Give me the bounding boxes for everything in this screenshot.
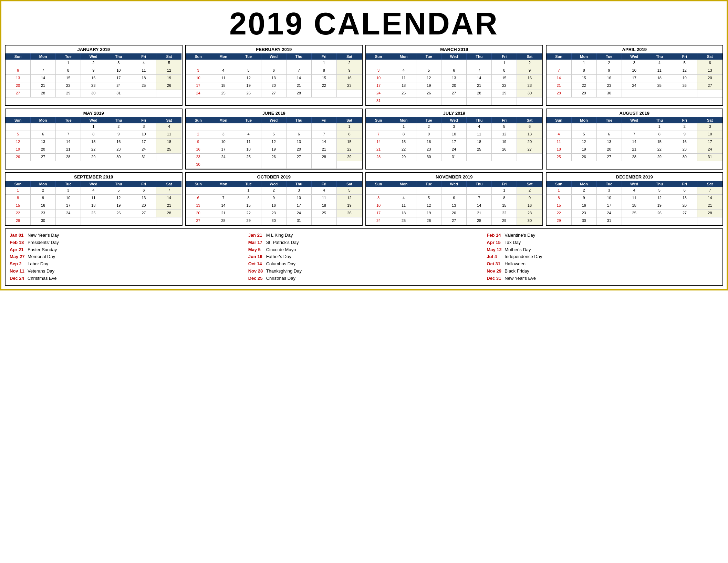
day-cell: 27 bbox=[6, 90, 31, 98]
day-header: Fri bbox=[312, 53, 337, 60]
day-cell: 2 bbox=[31, 187, 56, 195]
day-cell: 4 bbox=[81, 187, 106, 195]
holiday-date: Dec 31 bbox=[487, 275, 502, 282]
day-cell: 31 bbox=[697, 154, 722, 161]
empty-day bbox=[287, 161, 312, 169]
day-header: Sun bbox=[6, 53, 31, 60]
day-cell: 29 bbox=[6, 217, 31, 225]
day-header: Thu bbox=[106, 53, 131, 60]
day-header: Mon bbox=[211, 117, 236, 123]
day-cell: 4 bbox=[131, 60, 156, 67]
day-cell: 31 bbox=[106, 90, 131, 98]
day-cell: 2 bbox=[261, 187, 287, 195]
holiday-date: Oct 31 bbox=[487, 260, 502, 268]
day-header: Tue bbox=[416, 117, 441, 123]
day-header: Sun bbox=[366, 53, 391, 60]
day-cell: 30 bbox=[416, 154, 441, 161]
day-cell: 6 bbox=[6, 67, 31, 75]
holiday-name: Cinco de Mayo bbox=[266, 246, 296, 254]
empty-day bbox=[622, 90, 647, 98]
day-cell: 22 bbox=[312, 82, 337, 90]
day-cell: 16 bbox=[186, 146, 211, 154]
day-cell: 16 bbox=[672, 139, 697, 146]
day-cell: 25 bbox=[81, 210, 106, 217]
month-block: FEBRUARY 2019SunMonTueWedThuFriSat123456… bbox=[185, 45, 363, 106]
day-cell: 10 bbox=[697, 131, 722, 139]
day-cell: 29 bbox=[572, 90, 597, 98]
day-cell: 24 bbox=[366, 217, 391, 225]
day-cell: 4 bbox=[622, 187, 647, 195]
empty-day bbox=[647, 217, 672, 225]
day-header: Thu bbox=[467, 117, 492, 123]
day-cell: 1 bbox=[56, 60, 81, 67]
day-cell: 21 bbox=[287, 82, 312, 90]
day-cell: 12 bbox=[337, 195, 362, 202]
holiday-item: Mar 17St. Patrick's Day bbox=[248, 239, 480, 246]
empty-day bbox=[337, 90, 362, 98]
day-cell: 23 bbox=[517, 210, 542, 217]
empty-day bbox=[547, 123, 572, 131]
empty-day bbox=[211, 161, 236, 169]
holiday-date: May 5 bbox=[248, 246, 263, 254]
day-cell: 8 bbox=[56, 67, 81, 75]
day-header: Fri bbox=[672, 181, 697, 187]
day-header: Sun bbox=[366, 117, 391, 123]
day-cell: 16 bbox=[517, 75, 542, 82]
day-cell: 15 bbox=[337, 139, 362, 146]
holiday-item: Feb 14Valentine's Day bbox=[487, 232, 718, 239]
day-cell: 12 bbox=[672, 67, 697, 75]
day-cell: 11 bbox=[211, 75, 236, 82]
day-cell: 18 bbox=[391, 210, 416, 217]
holiday-date: Apr 15 bbox=[487, 239, 502, 246]
holiday-item: Apr 21Easter Sunday bbox=[10, 246, 241, 254]
month-block: AUGUST 2019SunMonTueWedThuFriSat12345678… bbox=[546, 109, 724, 170]
day-header: Tue bbox=[236, 181, 261, 187]
day-cell: 27 bbox=[261, 90, 287, 98]
day-cell: 11 bbox=[467, 131, 492, 139]
month-title: DECEMBER 2019 bbox=[547, 173, 723, 181]
day-cell: 1 bbox=[547, 187, 572, 195]
day-cell: 4 bbox=[211, 67, 236, 75]
month-title: AUGUST 2019 bbox=[547, 109, 723, 117]
day-cell: 31 bbox=[131, 154, 156, 161]
day-cell: 31 bbox=[366, 98, 391, 105]
day-cell: 6 bbox=[261, 67, 287, 75]
day-header: Sat bbox=[156, 181, 181, 187]
day-header: Sat bbox=[337, 181, 362, 187]
day-cell: 4 bbox=[391, 195, 416, 202]
day-cell: 26 bbox=[492, 146, 517, 154]
day-cell: 3 bbox=[597, 187, 622, 195]
day-cell: 17 bbox=[287, 202, 312, 210]
day-cell: 23 bbox=[106, 146, 131, 154]
day-cell: 26 bbox=[261, 154, 287, 161]
day-header: Tue bbox=[236, 53, 261, 60]
day-cell: 21 bbox=[366, 146, 391, 154]
month-block: MARCH 2019SunMonTueWedThuFriSat123456789… bbox=[365, 45, 543, 106]
empty-day bbox=[366, 187, 391, 195]
day-cell: 22 bbox=[492, 82, 517, 90]
day-header: Wed bbox=[81, 181, 106, 187]
day-cell: 7 bbox=[366, 131, 391, 139]
day-header: Wed bbox=[261, 53, 287, 60]
holiday-item: Nov 11Veterans Day bbox=[10, 268, 241, 275]
day-cell: 30 bbox=[597, 90, 622, 98]
day-cell: 29 bbox=[492, 217, 517, 225]
day-cell: 19 bbox=[156, 75, 181, 82]
holiday-name: Tax Day bbox=[505, 239, 521, 246]
day-cell: 12 bbox=[416, 202, 441, 210]
day-cell: 14 bbox=[211, 202, 236, 210]
day-cell: 28 bbox=[312, 154, 337, 161]
day-cell: 23 bbox=[81, 82, 106, 90]
day-cell: 18 bbox=[467, 139, 492, 146]
day-cell: 25 bbox=[156, 146, 181, 154]
day-cell: 18 bbox=[391, 82, 416, 90]
day-cell: 17 bbox=[131, 139, 156, 146]
day-cell: 2 bbox=[416, 123, 441, 131]
day-cell: 20 bbox=[287, 146, 312, 154]
day-cell: 26 bbox=[6, 154, 31, 161]
day-header: Fri bbox=[492, 53, 517, 60]
day-cell: 1 bbox=[492, 60, 517, 67]
holiday-item: Jun 16Father's Day bbox=[248, 253, 480, 260]
day-header: Sat bbox=[156, 53, 181, 60]
holiday-name: Easter Sunday bbox=[28, 246, 57, 254]
